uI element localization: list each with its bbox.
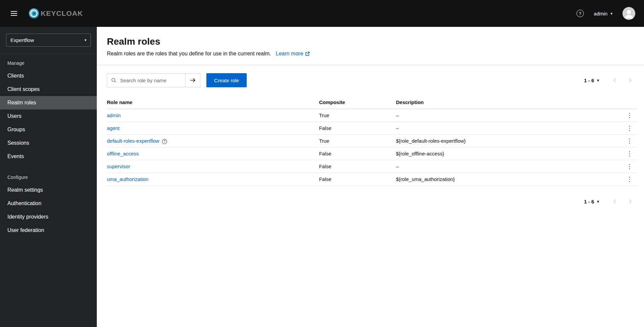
create-role-button[interactable]: Create role (206, 73, 247, 87)
sidebar-item-identity-providers[interactable]: Identity providers (0, 210, 97, 224)
kebab-menu-button[interactable]: ⋮ (624, 175, 636, 184)
description-cell: ${role_default-roles-expertflow} (396, 138, 622, 144)
table-header-row: Role name Composite Description (107, 94, 637, 109)
menu-icon[interactable] (9, 8, 19, 19)
next-page-button[interactable] (622, 194, 637, 208)
table-row: supervisor False – ⋮ (107, 160, 637, 173)
nav-section-configure: Configure (0, 163, 97, 183)
help-icon[interactable]: ? (576, 10, 584, 17)
realm-name: Expertflow (10, 37, 34, 43)
pagination-range-dropdown[interactable]: 1 - 6 ▾ (584, 78, 599, 83)
description-cell: ${role_offline-access} (396, 151, 622, 156)
role-link[interactable]: default-roles-expertflow (107, 138, 159, 144)
learn-more-link[interactable]: Learn more (276, 51, 310, 57)
pagination-range: 1 - 6 (584, 78, 594, 83)
arrow-right-icon (190, 78, 196, 83)
composite-cell: True (319, 112, 396, 118)
realm-selector[interactable]: Expertflow ▾ (6, 34, 91, 47)
kebab-icon: ⋮ (627, 176, 633, 183)
previous-page-button[interactable] (608, 73, 622, 87)
external-link-icon (305, 51, 310, 56)
search-input[interactable] (107, 73, 186, 87)
table-row: uma_authorization False ${role_uma_autho… (107, 173, 637, 186)
chevron-down-icon: ▾ (597, 79, 599, 82)
kebab-menu-button[interactable]: ⋮ (624, 111, 636, 120)
chevron-down-icon: ▾ (597, 200, 599, 203)
sidebar-item-client-scopes[interactable]: Client scopes (0, 83, 97, 96)
pagination-bottom: 1 - 6 ▾ (584, 194, 637, 208)
next-page-button[interactable] (622, 73, 637, 87)
kebab-menu-button[interactable]: ⋮ (624, 124, 636, 133)
keycloak-logo[interactable]: KEYCLOAK (29, 8, 83, 19)
avatar[interactable] (622, 7, 635, 20)
kebab-icon: ⋮ (627, 125, 633, 132)
composite-cell: False (319, 151, 396, 156)
description-cell: ${role_uma_authorization} (396, 176, 622, 182)
table-row: default-roles-expertflow? True ${role_de… (107, 135, 637, 147)
description-cell: – (396, 164, 622, 169)
kebab-menu-button[interactable]: ⋮ (624, 136, 636, 145)
roles-table: Role name Composite Description admin Tr… (97, 94, 644, 186)
page-title: Realm roles (107, 36, 634, 47)
role-link[interactable]: supervisor (107, 164, 130, 169)
pagination-top: 1 - 6 ▾ (584, 73, 637, 87)
brand-text: KEYCLOAK (41, 9, 83, 17)
kebab-menu-button[interactable]: ⋮ (624, 162, 636, 171)
sidebar-item-realm-roles[interactable]: Realm roles (0, 96, 97, 109)
sidebar-item-realm-settings[interactable]: Realm settings (0, 183, 97, 197)
sidebar-item-groups[interactable]: Groups (0, 123, 97, 136)
kebab-menu-button[interactable]: ⋮ (624, 149, 636, 158)
chevron-down-icon: ▾ (84, 38, 86, 42)
composite-cell: True (319, 138, 396, 144)
masthead: KEYCLOAK ? admin ▾ (0, 0, 644, 27)
main-content: Realm roles Realm roles are the roles th… (97, 27, 644, 327)
table-row: offline_access False ${role_offline-acce… (107, 147, 637, 160)
sidebar-item-sessions[interactable]: Sessions (0, 136, 97, 150)
composite-cell: False (319, 125, 396, 131)
sidebar-item-clients[interactable]: Clients (0, 69, 97, 83)
kebab-icon: ⋮ (627, 163, 633, 170)
sidebar-item-users[interactable]: Users (0, 109, 97, 123)
kebab-icon: ⋮ (627, 137, 633, 144)
pagination-range: 1 - 6 (584, 199, 594, 204)
role-link[interactable]: uma_authorization (107, 176, 148, 182)
pagination-range-dropdown[interactable]: 1 - 6 ▾ (584, 199, 599, 204)
role-link[interactable]: agent (107, 125, 120, 131)
description-cell: – (396, 125, 622, 131)
table-row: agent False – ⋮ (107, 122, 637, 135)
chevron-down-icon: ▾ (610, 12, 612, 15)
sidebar-item-authentication[interactable]: Authentication (0, 197, 97, 210)
previous-page-button[interactable] (608, 194, 622, 208)
column-header-role-name: Role name (107, 99, 319, 105)
help-icon[interactable]: ? (162, 139, 167, 144)
role-link[interactable]: offline_access (107, 151, 139, 156)
nav-section-manage: Manage (0, 54, 97, 69)
kebab-icon: ⋮ (627, 150, 633, 157)
search-icon (111, 78, 116, 83)
composite-cell: False (319, 176, 396, 182)
user-menu[interactable]: admin ▾ (594, 11, 612, 16)
composite-cell: False (319, 164, 396, 169)
learn-more-label: Learn more (276, 51, 303, 57)
column-header-composite: Composite (319, 99, 396, 105)
sidebar-item-user-federation[interactable]: User federation (0, 224, 97, 237)
role-link[interactable]: admin (107, 112, 121, 118)
page-description: Realm roles are the roles that you defin… (107, 51, 271, 56)
sidebar-item-events[interactable]: Events (0, 150, 97, 163)
search-submit-button[interactable] (185, 73, 200, 87)
kebab-icon: ⋮ (627, 112, 633, 119)
keycloak-emblem-icon (29, 8, 39, 19)
user-name: admin (594, 11, 608, 16)
description-cell: – (396, 112, 622, 118)
sidebar: Expertflow ▾ Manage Clients Client scope… (0, 27, 97, 327)
table-row: admin True – ⋮ (107, 109, 637, 122)
column-header-description: Description (396, 99, 622, 105)
